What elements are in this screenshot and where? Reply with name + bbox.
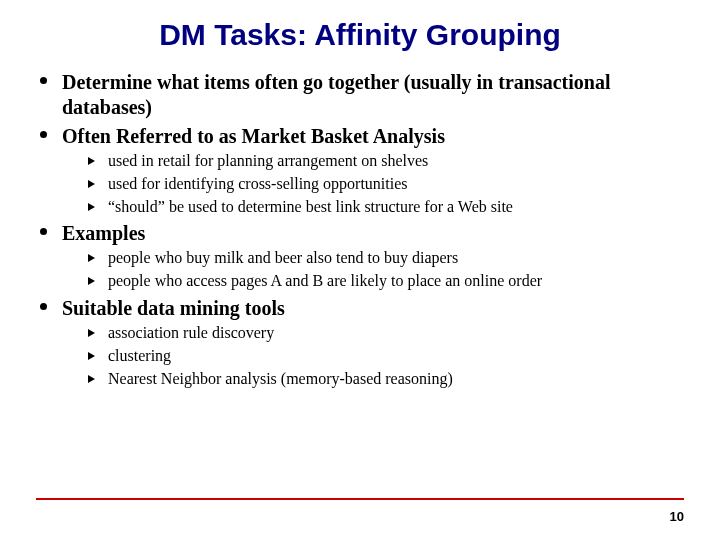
sub-item: clustering — [88, 346, 684, 367]
arrow-right-icon — [88, 157, 95, 165]
footer-rule — [36, 498, 684, 500]
sub-item: “should” be used to determine best link … — [88, 197, 684, 218]
item-text: Suitable data mining tools — [62, 296, 684, 321]
arrow-right-icon — [88, 277, 95, 285]
list-item: Examples people who buy milk and beer al… — [36, 221, 684, 292]
arrow-right-icon — [88, 254, 95, 262]
sub-text: Nearest Neighbor analysis (memory-based … — [108, 369, 684, 390]
sub-item: association rule discovery — [88, 323, 684, 344]
sub-item: people who access pages A and B are like… — [88, 271, 684, 292]
arrow-right-icon — [88, 203, 95, 211]
arrow-right-icon — [88, 180, 95, 188]
sub-text: used in retail for planning arrangement … — [108, 151, 684, 172]
item-text: Examples — [62, 221, 684, 246]
sub-text: “should” be used to determine best link … — [108, 197, 684, 218]
arrow-right-icon — [88, 329, 95, 337]
arrow-right-icon — [88, 352, 95, 360]
bullet-dot-icon — [40, 131, 47, 138]
sub-text: people who buy milk and beer also tend t… — [108, 248, 684, 269]
bullet-dot-icon — [40, 228, 47, 235]
sub-item: used in retail for planning arrangement … — [88, 151, 684, 172]
page-number: 10 — [670, 509, 684, 524]
sub-text: clustering — [108, 346, 684, 367]
item-text: Determine what items often go together (… — [62, 70, 684, 120]
bullet-dot-icon — [40, 77, 47, 84]
sub-list: people who buy milk and beer also tend t… — [62, 248, 684, 292]
sub-text: people who access pages A and B are like… — [108, 271, 684, 292]
list-item: Determine what items often go together (… — [36, 70, 684, 120]
arrow-right-icon — [88, 375, 95, 383]
sub-text: used for identifying cross-selling oppor… — [108, 174, 684, 195]
list-item: Often Referred to as Market Basket Analy… — [36, 124, 684, 217]
sub-item: used for identifying cross-selling oppor… — [88, 174, 684, 195]
bullet-dot-icon — [40, 303, 47, 310]
sub-item: people who buy milk and beer also tend t… — [88, 248, 684, 269]
sub-item: Nearest Neighbor analysis (memory-based … — [88, 369, 684, 390]
slide-title: DM Tasks: Affinity Grouping — [36, 18, 684, 52]
top-list: Determine what items often go together (… — [36, 70, 684, 389]
sub-list: used in retail for planning arrangement … — [62, 151, 684, 217]
item-text: Often Referred to as Market Basket Analy… — [62, 124, 684, 149]
sub-list: association rule discovery clustering Ne… — [62, 323, 684, 389]
list-item: Suitable data mining tools association r… — [36, 296, 684, 389]
slide: DM Tasks: Affinity Grouping Determine wh… — [0, 0, 720, 540]
sub-text: association rule discovery — [108, 323, 684, 344]
